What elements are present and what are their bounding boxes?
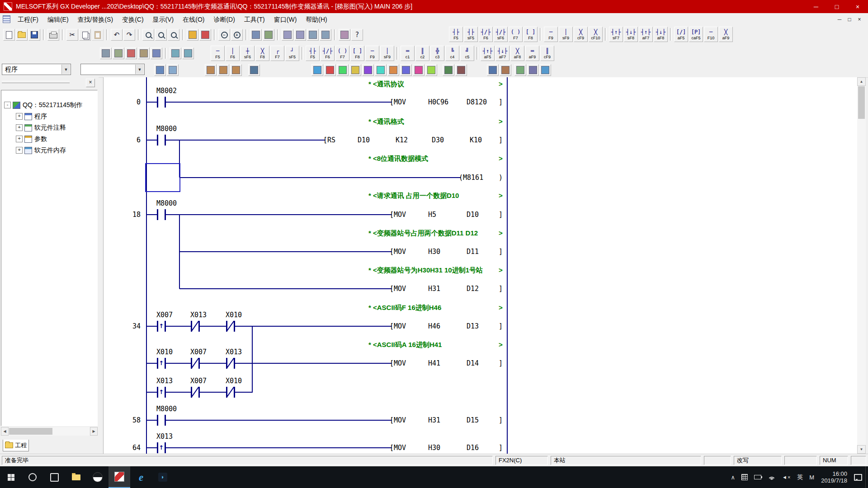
menu-item-0[interactable]: 工程(F) xyxy=(13,14,43,25)
mdi-close-button[interactable]: × xyxy=(854,16,864,23)
ladder-symbol-aF9-button[interactable]: ═aF9 xyxy=(525,46,539,61)
tree-horizontal-scrollbar[interactable]: ◀ ▶ xyxy=(1,427,98,436)
minimize-button[interactable]: ─ xyxy=(806,0,826,13)
read-from-plc-button[interactable] xyxy=(487,64,499,76)
internet-explorer-button[interactable]: e xyxy=(130,466,152,488)
scrollbar-thumb[interactable] xyxy=(858,86,865,119)
error-jump-button[interactable] xyxy=(125,47,137,59)
chevron-down-icon[interactable]: ▼ xyxy=(135,65,144,74)
display-mode-button[interactable] xyxy=(151,47,162,59)
expand-toggle[interactable]: + xyxy=(16,136,23,142)
ladder-symbol-sF6-button[interactable]: ┤/├sF6 xyxy=(494,27,508,42)
ladder-symbol-sF9-button[interactable]: │sF9 xyxy=(380,46,394,61)
ladder-symbol-sF5-button[interactable]: ┤├sF5 xyxy=(464,27,478,42)
print-button[interactable] xyxy=(47,29,59,41)
ladder-symbol-F5-button[interactable]: ┤├F5 xyxy=(449,27,463,42)
file-explorer-button[interactable] xyxy=(65,466,87,488)
project-data-list-button[interactable] xyxy=(250,29,262,41)
save-project-button[interactable] xyxy=(28,29,40,41)
expand-toggle[interactable]: + xyxy=(16,124,23,131)
scroll-right-button[interactable]: ▶ xyxy=(90,427,98,436)
ladder-symbol-F7-button[interactable]: ( )F7 xyxy=(335,46,349,61)
menu-item-9[interactable]: 帮助(H) xyxy=(301,14,331,25)
ladder-symbol-c5-button[interactable]: ╝c5 xyxy=(460,46,474,61)
ladder-window-button[interactable] xyxy=(307,29,319,41)
language-indicator[interactable]: 英 xyxy=(794,466,806,488)
maximize-button[interactable]: □ xyxy=(826,0,847,13)
write-to-plc-button[interactable] xyxy=(500,64,511,76)
panel-grip[interactable] xyxy=(2,81,70,83)
help-button[interactable]: ? xyxy=(351,29,363,41)
ladder-symbol-F8-button[interactable]: [ ]F8 xyxy=(524,27,538,42)
find-device-button[interactable] xyxy=(155,29,167,41)
ladder-symbol-aF8-button[interactable]: ┤↓├aF8 xyxy=(654,27,668,42)
search-button[interactable] xyxy=(22,466,43,488)
ladder-symbol-c3-button[interactable]: ╬c3 xyxy=(430,46,444,61)
cut-button[interactable]: ✂ xyxy=(66,29,78,41)
project-list-button[interactable] xyxy=(100,47,112,59)
ladder-symbol-F7-button[interactable]: ( )F7 xyxy=(509,27,523,42)
ladder-symbol-F7-button[interactable]: ┌F7 xyxy=(270,46,284,61)
ladder-symbol-cF9-button[interactable]: ╳cF9 xyxy=(574,27,588,42)
menu-item-5[interactable]: 在线(O) xyxy=(178,14,209,25)
device-list-button[interactable] xyxy=(248,64,260,76)
window-cascade-button[interactable] xyxy=(294,29,306,41)
ladder-symbol-aF5-button[interactable]: ┤↑├aF5 xyxy=(481,46,495,61)
zoom-out-button[interactable]: − xyxy=(218,29,230,41)
ladder-symbol-aF9-button[interactable]: ╳aF9 xyxy=(719,27,733,42)
zoom-in-button[interactable]: + xyxy=(231,29,243,41)
ladder-symbol-sF6-button[interactable]: ┼sF6 xyxy=(241,46,255,61)
collapse-toggle[interactable]: - xyxy=(4,102,11,108)
start-button[interactable] xyxy=(0,466,22,488)
monitor-mode-button[interactable] xyxy=(339,29,350,41)
ladder-mode-button[interactable] xyxy=(154,64,166,76)
close-button[interactable]: × xyxy=(847,0,868,13)
remote-stop-button[interactable] xyxy=(455,64,467,76)
wifi-icon[interactable] xyxy=(764,466,779,488)
ladder-symbol-cF10-button[interactable]: ╳cF10 xyxy=(589,27,603,42)
ladder-symbol-caF5-button[interactable]: [P]caF5 xyxy=(689,27,703,42)
options-button[interactable] xyxy=(539,64,551,76)
ladder-symbol-aF8-button[interactable]: ╳aF8 xyxy=(510,46,524,61)
ladder-symbol-aF7-button[interactable]: ┤↓├aF7 xyxy=(495,46,509,61)
action-center-button[interactable] xyxy=(851,466,865,488)
ladder-symbol-F9-button[interactable]: ─F9 xyxy=(544,27,558,42)
pinned-app-button[interactable]: ◗ xyxy=(152,466,174,488)
sort-step-button[interactable] xyxy=(230,64,242,76)
ladder-canvas[interactable]: * <通讯协议>0M8002[MOVH0C96D8120]* <通讯格式>6M8… xyxy=(103,77,858,454)
verify-with-plc-button[interactable] xyxy=(514,64,526,76)
undo-button[interactable]: ↶ xyxy=(111,29,123,41)
program-convert-button[interactable] xyxy=(187,29,198,41)
ladder-symbol-sF5-button[interactable]: ┘sF5 xyxy=(285,46,299,61)
redo-button[interactable]: ↷ xyxy=(123,29,135,41)
sort-ascending-button[interactable] xyxy=(205,64,217,76)
sort-descending-button[interactable] xyxy=(217,64,229,76)
ladder-symbol-F5-button[interactable]: ─F5 xyxy=(211,46,225,61)
scroll-up-button[interactable]: ▲ xyxy=(857,77,866,86)
ladder-symbol-F6-button[interactable]: │F6 xyxy=(226,46,240,61)
tree-item-2[interactable]: +参数 xyxy=(1,133,97,145)
menu-item-1[interactable]: 编辑(E) xyxy=(43,14,73,25)
find-replace-button[interactable] xyxy=(168,29,179,41)
program-check-button[interactable] xyxy=(199,29,211,41)
ladder-monitor-button[interactable] xyxy=(311,64,323,76)
buffer-memory-monitor-button[interactable] xyxy=(349,64,361,76)
tray-overflow-button[interactable]: ∧ xyxy=(727,466,738,488)
volume-muted-icon[interactable]: ◄× xyxy=(779,466,794,488)
expand-toggle[interactable]: + xyxy=(16,147,23,154)
ladder-symbol-F10-button[interactable]: ─F10 xyxy=(704,27,718,42)
device-batch-monitor-button[interactable] xyxy=(324,64,336,76)
ladder-symbol-c1-button[interactable]: ═c1 xyxy=(401,46,415,61)
tree-item-3[interactable]: +软元件内存 xyxy=(1,145,97,156)
remote-run-button[interactable] xyxy=(443,64,454,76)
skip-execution-button[interactable] xyxy=(400,64,412,76)
show-desktop-button[interactable] xyxy=(865,466,868,488)
ladder-symbol-F9-button[interactable]: ─F9 xyxy=(365,46,379,61)
collapse-button[interactable] xyxy=(182,47,194,59)
ladder-cursor[interactable] xyxy=(145,163,180,192)
menu-item-2[interactable]: 查找/替换(S) xyxy=(73,14,118,25)
ime-indicator[interactable]: M xyxy=(806,466,817,488)
ladder-symbol-F6-button[interactable]: ┤/├F6 xyxy=(479,27,493,42)
ladder-symbol-sF7-button[interactable]: ┤↑├sF7 xyxy=(609,27,623,42)
ladder-symbol-aF5-button[interactable]: [/]aF5 xyxy=(674,27,688,42)
